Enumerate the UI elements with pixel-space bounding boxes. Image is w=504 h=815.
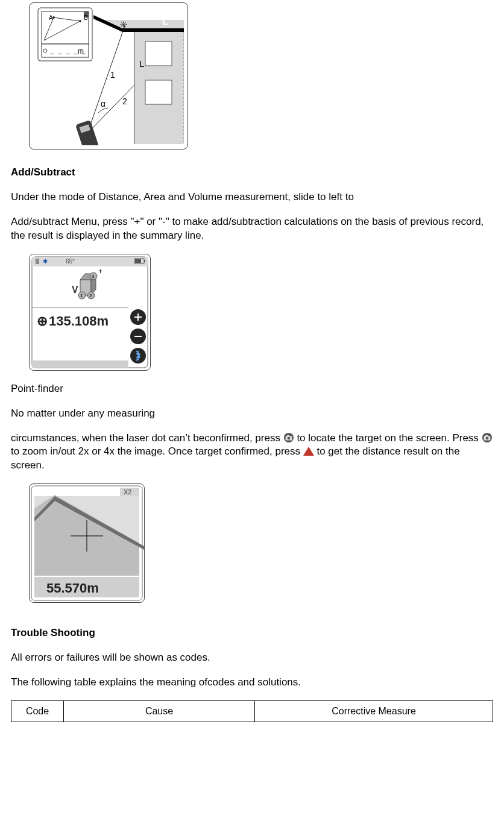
svg-rect-55 bbox=[485, 435, 488, 436]
heading-add-subtract: Add/Subtract bbox=[11, 166, 493, 180]
label-L: L bbox=[162, 16, 168, 27]
figure-point-finder: X2 55.570m bbox=[29, 483, 145, 603]
plus-button[interactable] bbox=[130, 309, 146, 325]
th-cause: Cause bbox=[64, 701, 255, 722]
svg-line-24 bbox=[87, 85, 134, 133]
status-degrees: 65° bbox=[66, 258, 75, 265]
table-header-row: Code Cause Corrective Measure bbox=[11, 701, 493, 722]
error-table: Code Cause Corrective Measure bbox=[11, 700, 493, 722]
plus-sup: + bbox=[98, 267, 102, 275]
svg-rect-29 bbox=[36, 259, 39, 264]
figure-trapezoid: A B _ _ _ _ _ m L bbox=[29, 2, 188, 149]
point-finder-heading: Point-finder bbox=[11, 382, 493, 396]
heading-trouble-shooting: Trouble Shooting bbox=[11, 626, 493, 640]
mini-label-A: A bbox=[49, 14, 53, 21]
th-code: Code bbox=[11, 701, 64, 722]
idx-3: 3 bbox=[92, 274, 95, 279]
svg-rect-32 bbox=[144, 260, 145, 262]
svg-text:✱: ✱ bbox=[43, 258, 48, 265]
svg-line-23 bbox=[87, 26, 125, 133]
svg-rect-12 bbox=[145, 42, 172, 66]
label-L2: L bbox=[139, 58, 144, 69]
readout-value: 135.108m bbox=[49, 313, 109, 329]
pf-p2b: to locate the target on the screen. Pres… bbox=[297, 432, 481, 444]
svg-rect-47 bbox=[32, 360, 128, 368]
label-1: 1 bbox=[110, 70, 115, 80]
add-subtract-p1: Under the mode of Distance, Area and Vol… bbox=[11, 190, 493, 204]
label-alpha: α bbox=[101, 99, 106, 109]
trouble-p2: The following table explains the meaning… bbox=[11, 676, 493, 690]
mini-label-B: B bbox=[84, 14, 88, 21]
point-finder-p1: No matter under any measuring bbox=[11, 407, 493, 421]
svg-point-5 bbox=[79, 20, 81, 22]
measure-trigger-icon bbox=[303, 447, 314, 456]
svg-rect-28 bbox=[32, 257, 148, 266]
readout-bullet: ⊕ bbox=[37, 313, 48, 329]
zoom-label: X2 bbox=[124, 488, 131, 496]
svg-rect-13 bbox=[145, 80, 172, 104]
mini-unit-m: m bbox=[78, 47, 84, 55]
minus-button[interactable] bbox=[130, 329, 146, 344]
svg-rect-51 bbox=[287, 435, 289, 436]
svg-rect-33 bbox=[135, 259, 141, 263]
pf-readout: 55.570m bbox=[46, 581, 99, 596]
v-label: V bbox=[72, 285, 78, 295]
camera-icon-2 bbox=[482, 432, 493, 443]
bluetooth-button[interactable] bbox=[130, 348, 146, 363]
idx-2: 2 bbox=[89, 293, 92, 298]
idx-1: 1 bbox=[80, 293, 83, 298]
figure-add-subtract-screen: ✱ 65° V 1 2 3 + ⊕ 135.108m bbox=[29, 254, 151, 371]
pf-p2a: circumstances, when the laser dot can’t … bbox=[11, 432, 283, 444]
point-finder-p2: circumstances, when the laser dot can’t … bbox=[11, 432, 493, 473]
pf-p2c: to zoom in/out 2x or 4x the image. Once … bbox=[11, 445, 303, 457]
trouble-p1: All errors or failures will be shown as … bbox=[11, 651, 493, 665]
svg-point-54 bbox=[485, 436, 488, 439]
add-subtract-p2: Add/subtract Menu, press "+" or "-" to m… bbox=[11, 215, 493, 243]
label-2: 2 bbox=[122, 96, 127, 106]
th-measure: Corrective Measure bbox=[255, 701, 493, 722]
camera-icon bbox=[283, 432, 294, 443]
svg-point-50 bbox=[287, 436, 290, 439]
